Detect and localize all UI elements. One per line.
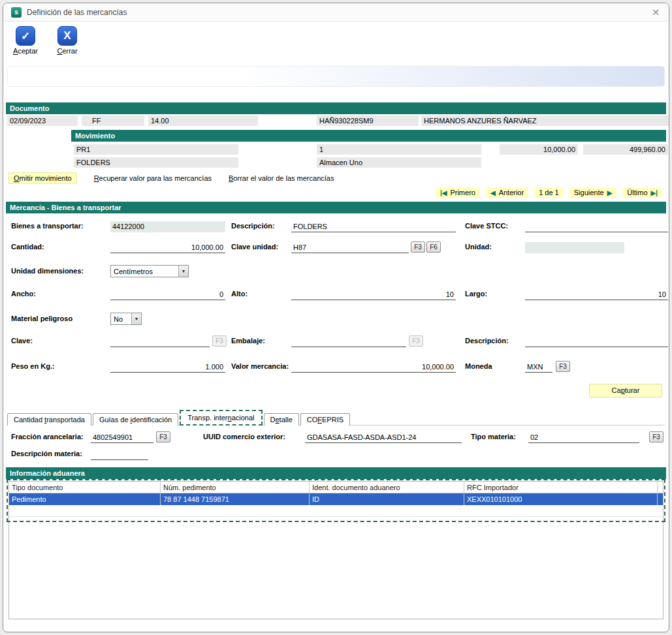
aceptar-label: Aceptar [13,47,38,55]
material-peligroso-label: Material peligroso [11,315,72,322]
valor-mercancia-input[interactable]: 10,000.00 [291,362,456,373]
clave-stcc-label: Clave STCC: [465,222,508,230]
x-icon: X [57,26,77,46]
first-icon: |◀ [440,189,447,196]
anterior-label: Anterior [499,189,524,196]
moneda-input[interactable]: MXN [525,362,552,373]
cerrar-label: Cerrar [57,47,77,55]
cantidad-input[interactable]: 10,000.00 [110,242,225,253]
alto-input[interactable]: 10 [291,289,456,300]
chevron-down-icon[interactable]: ▼ [131,313,141,324]
valor-mercancia-label: Valor mercancia: [231,362,289,370]
unidad-dimensiones-value: Centímetros [111,266,178,277]
form-row-3: Unidad dimensiones: Centímetros ▼ [6,265,666,278]
bienes-input[interactable]: 44122000 [110,221,225,232]
producto-field[interactable]: PR1 [74,144,238,155]
form-row-5: Material peligroso No ▼ [6,313,666,326]
form-row-6: Clave: F3 Embalaje: F3 Descripción: [6,335,666,348]
movimiento-row-1: PR1 1 10,000.00 499,960.00 [6,143,666,156]
moneda-f3-button[interactable]: F3 [556,361,570,372]
close-icon[interactable]: ✕ [650,7,661,18]
table-row-selected[interactable]: Pedimento 78 87 1448 7159871 ID XEXX0101… [9,493,663,505]
clave-unidad-input[interactable]: H87 [291,242,409,253]
recuperar-valor-button[interactable]: Recuperar valor para las mercancías [94,173,212,183]
embalaje-label: Embalaje: [231,337,265,345]
column-header-rfc-importador[interactable]: RFC Importador [464,482,658,493]
almacen-field[interactable]: Almacen Uno [317,157,481,168]
descripcion2-label: Descripción: [465,337,509,345]
clave-unidad-f6-button[interactable]: F6 [426,241,441,253]
clave-input[interactable] [110,336,210,347]
record-navigation: |◀ Primero ◀ Anterior 1 de 1 Siguiente ▶… [3,185,669,200]
siguiente-button[interactable]: Siguiente ▶ [569,187,617,198]
importe-field[interactable]: 499,960.00 [583,144,668,155]
documento-header: Documento [6,102,666,114]
peso-input[interactable]: 1.000 [110,362,225,373]
column-header-num-pedimento[interactable]: Núm. pedimento [161,482,310,493]
bienes-label: Bienes a transportar: [11,222,84,230]
cantidad-label: Cantidad: [11,243,44,251]
descripcion-input[interactable]: FOLDERS [291,221,456,232]
fraccion-arancelaria-input[interactable]: 4802549901 [91,432,153,443]
cliente-field[interactable]: HERMANOS ANZURES ÑARVAEZ [421,116,669,126]
largo-label: Largo: [465,290,487,298]
tab-strip: Cantidad transportada Guías de identific… [7,410,665,426]
ancho-input[interactable]: 0 [110,289,225,300]
primero-label: Primero [450,189,475,196]
material-peligroso-select[interactable]: No ▼ [110,313,142,325]
descripcion-mov-field[interactable]: FOLDERS [74,157,238,168]
rfc-field[interactable]: HAÑ930228SM9 [317,116,419,126]
tipo-materia-f3-button[interactable]: F3 [649,431,664,442]
record-position: 1 de 1 [534,187,564,198]
clave-unidad-f3-button[interactable]: F3 [411,241,425,253]
tab-detalle[interactable]: Detalle [264,413,299,426]
serie-field[interactable]: FF [82,116,144,126]
tab-cofepris[interactable]: COFEPRIS [300,413,350,426]
column-header-filler [658,482,663,493]
embalaje-input[interactable] [291,336,406,347]
aceptar-button[interactable]: ✓ Aceptar [10,26,41,55]
cell-filler [658,493,663,505]
tab-cantidad-transportada[interactable]: Cantidad transportada [7,413,91,426]
tipo-materia-input[interactable]: 02 [528,432,639,443]
unidad-dimensiones-label: Unidad dimensiones: [11,267,84,275]
app-icon: s [11,7,22,18]
descripcion-materia-label: Descripción materia: [11,450,82,457]
unidad-label: Unidad: [465,243,492,251]
movimiento-actions: Omitir movimiento Recuperar valor para l… [3,169,669,185]
descripcion2-input[interactable] [525,336,668,347]
mercancia-form: Bienes a transportar: 44122000 Descripci… [3,213,669,399]
last-icon: ▶| [651,189,658,196]
ancho-label: Ancho: [11,290,36,298]
omitir-movimiento-button[interactable]: Omitir movimiento [8,172,77,184]
unidad-dimensiones-select[interactable]: Centímetros ▼ [110,265,189,277]
ultimo-button[interactable]: Último ▶| [622,187,662,198]
capturar-button[interactable]: Capturar [589,384,662,397]
cell-rfc-importador: XEXX010101000 [464,493,658,505]
descripcion-label: Descripción: [231,222,275,230]
numero-field[interactable]: 1 [317,144,481,155]
table-row-empty[interactable] [9,505,663,517]
fecha-field[interactable]: 02/09/2023 [7,116,78,126]
documento-row: 02/09/2023 FF 14.00 HAÑ930228SM9 HERMANO… [6,114,666,127]
tab-transp-internacional[interactable]: Transp. internacional [180,410,262,426]
column-header-tipo-documento[interactable]: Tipo documento [9,482,161,493]
tab-guias-identificacion[interactable]: Guías de identificación [93,413,178,426]
mercancia-header: Mercancía - Bienes a transportar [6,202,666,213]
largo-input[interactable]: 10 [525,289,668,300]
clave-stcc-input[interactable] [525,221,668,232]
gradient-strip [7,66,665,87]
fraccion-f3-button[interactable]: F3 [156,431,170,442]
cerrar-button[interactable]: X Cerrar [52,26,83,55]
primero-button[interactable]: |◀ Primero [436,187,480,198]
cantidad-mov-field[interactable]: 10,000.00 [500,144,578,155]
anterior-button[interactable]: ◀ Anterior [486,187,528,198]
unidad-input[interactable] [525,242,624,253]
window-title: Definición de las mercancías [27,8,127,17]
uuid-comercio-exterior-input[interactable]: GDASASA-FASD-ASDA-ASD1-24 [305,432,462,443]
folio-field[interactable]: 14.00 [148,116,258,126]
borrar-valor-button[interactable]: Borrar el valor de las mercancías [229,173,334,183]
chevron-down-icon[interactable]: ▼ [178,266,188,277]
column-header-ident-documento[interactable]: Ident. documento aduanero [310,482,464,493]
descripcion-materia-input[interactable] [91,449,148,460]
